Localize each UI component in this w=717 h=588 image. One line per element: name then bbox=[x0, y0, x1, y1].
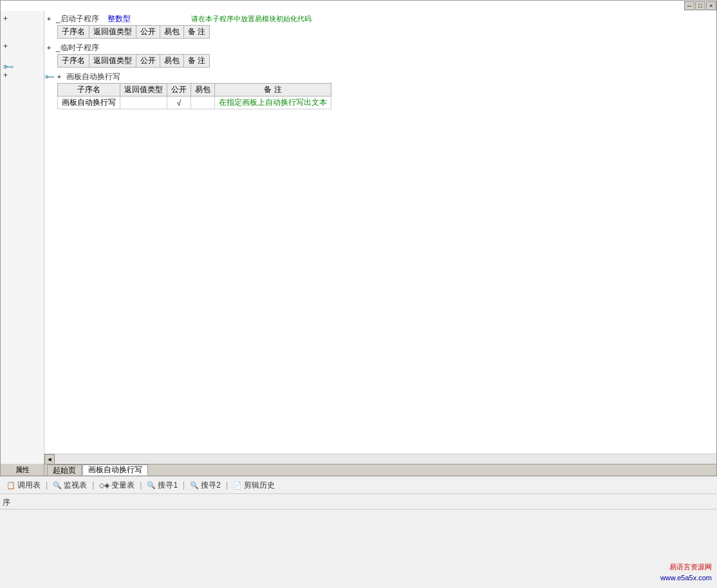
plus-icon-1[interactable]: + bbox=[3, 14, 8, 23]
status-bar: 序 bbox=[0, 497, 717, 510]
status-text: 序 bbox=[3, 497, 10, 508]
canvas-row-name: 画板自动换行写 bbox=[58, 96, 120, 109]
content-inner: + _启动子程序 整数型 请在本子程序中放置易模块初始化代码 子序名 返回值类型… bbox=[44, 11, 716, 112]
temp-table-wrapper: 子序名 返回值类型 公开 易包 备 注 bbox=[57, 54, 716, 68]
canvas-row-public: √ bbox=[167, 96, 191, 109]
tool-call-table[interactable]: 📋 调用表 bbox=[3, 479, 44, 492]
plus-icon-3[interactable]: + bbox=[3, 71, 8, 80]
minimize-button[interactable]: ─ bbox=[684, 1, 694, 10]
startup-table-wrapper: 子序名 返回值类型 公开 易包 备 注 bbox=[57, 25, 716, 39]
canvas-col-name: 子序名 bbox=[58, 84, 120, 96]
canvas-table: 子序名 返回值类型 公开 易包 备 注 画板自动换行写 √ bbox=[57, 83, 331, 109]
close-button[interactable]: × bbox=[706, 1, 716, 10]
tool-monitor-label: 监视表 bbox=[64, 480, 87, 491]
startup-table: 子序名 返回值类型 公开 易包 备 注 bbox=[57, 25, 210, 39]
clip-icon: 📄 bbox=[233, 481, 242, 490]
startup-type: 整数型 bbox=[105, 14, 144, 24]
tool-clip-history[interactable]: 📄 剪辑历史 bbox=[229, 479, 279, 492]
properties-tab[interactable]: 属性 bbox=[1, 464, 44, 475]
canvas-expand[interactable]: + bbox=[55, 73, 64, 80]
canvas-row-type bbox=[120, 96, 167, 109]
sidebar-content: 🔧 + + + bbox=[1, 11, 44, 14]
left-sidebar: 🔧 + + + bbox=[1, 11, 44, 468]
temp-expand[interactable]: + bbox=[44, 44, 53, 51]
startup-col-easy: 易包 bbox=[160, 26, 184, 39]
sep-1: | bbox=[46, 481, 48, 490]
tool-search1-label: 搜寻1 bbox=[158, 480, 178, 491]
window-controls: ─ □ × bbox=[684, 1, 716, 11]
startup-header-row: + _启动子程序 整数型 请在本子程序中放置易模块初始化代码 bbox=[44, 12, 716, 25]
search2-icon: 🔍 bbox=[190, 481, 199, 490]
tab-bar: 属性 起始页 画板自动换行写 bbox=[1, 464, 716, 475]
temp-col-type: 返回值类型 bbox=[89, 55, 136, 68]
canvas-col-public: 公开 bbox=[167, 84, 191, 96]
call-table-icon: 📋 bbox=[6, 481, 15, 490]
content-area: + _启动子程序 整数型 请在本子程序中放置易模块初始化代码 子序名 返回值类型… bbox=[44, 11, 716, 461]
temp-header-row: + _临时子程序 bbox=[44, 41, 716, 54]
watermark-line1: 易语言资源网 bbox=[660, 562, 712, 573]
scrollbar-track[interactable] bbox=[55, 454, 716, 464]
tab-home[interactable]: 起始页 bbox=[47, 464, 82, 475]
tool-search2-label: 搜寻2 bbox=[201, 480, 221, 491]
sep-5: | bbox=[226, 481, 228, 490]
watermark: 易语言资源网 www.e5a5x.com bbox=[660, 562, 712, 583]
tool-clip-label: 剪辑历史 bbox=[244, 480, 275, 491]
tool-var-table[interactable]: ◇◈ 变量表 bbox=[95, 479, 138, 492]
main-window: ─ □ × 🔧 + + + + _启动子程序 整数型 请在本子程 bbox=[0, 0, 717, 476]
canvas-col-easy: 易包 bbox=[191, 84, 215, 96]
tool-panel: 📋 调用表 | 🔍 监视表 | ◇◈ 变量表 | 🔍 搜寻1 | 🔍 搜寻2 |… bbox=[0, 476, 717, 494]
canvas-table-wrapper: 子序名 返回值类型 公开 易包 备 注 画板自动换行写 √ bbox=[57, 83, 716, 109]
tab-canvas-wrap[interactable]: 画板自动换行写 bbox=[82, 464, 148, 475]
plus-icon-2[interactable]: + bbox=[3, 42, 8, 51]
startup-note: 请在本子程序中放置易模块初始化代码 bbox=[189, 14, 314, 24]
tool-monitor-table[interactable]: 🔍 监视表 bbox=[49, 479, 91, 492]
tool-search1[interactable]: 🔍 搜寻1 bbox=[143, 479, 182, 492]
monitor-icon: 🔍 bbox=[53, 481, 62, 490]
canvas-row-note: 在指定画板上自动换行写出文本 bbox=[215, 96, 331, 109]
startup-col-note: 备 注 bbox=[184, 26, 210, 39]
canvas-col-type: 返回值类型 bbox=[120, 84, 167, 96]
temp-col-easy: 易包 bbox=[160, 55, 184, 68]
sep-4: | bbox=[183, 481, 185, 490]
canvas-col-note: 备 注 bbox=[215, 84, 331, 96]
temp-col-note: 备 注 bbox=[184, 55, 210, 68]
search1-icon: 🔍 bbox=[147, 481, 156, 490]
table-row: 画板自动换行写 √ 在指定画板上自动换行写出文本 bbox=[58, 96, 331, 109]
startup-expand[interactable]: + bbox=[44, 15, 53, 23]
temp-col-public: 公开 bbox=[136, 55, 160, 68]
restore-button[interactable]: □ bbox=[695, 1, 705, 10]
bottom-area: 易语言资源网 www.e5a5x.com bbox=[0, 510, 717, 588]
h-scrollbar: ◄ bbox=[44, 454, 716, 464]
canvas-header-row: 🔧 + 画板自动换行写 bbox=[44, 70, 716, 83]
tool-search2[interactable]: 🔍 搜寻2 bbox=[186, 479, 225, 492]
properties-label: 属性 bbox=[15, 465, 30, 475]
tool-call-label: 调用表 bbox=[17, 480, 41, 491]
canvas-row-easy bbox=[191, 96, 215, 109]
canvas-wrench-icon: 🔧 bbox=[44, 70, 55, 82]
startup-col-name: 子序名 bbox=[58, 26, 89, 39]
sep-2: | bbox=[92, 481, 94, 490]
tool-var-label: 变量表 bbox=[111, 480, 135, 491]
watermark-line2: www.e5a5x.com bbox=[660, 573, 712, 583]
temp-name: _临时子程序 bbox=[53, 42, 105, 53]
scroll-left-button[interactable]: ◄ bbox=[44, 454, 55, 464]
var-icon: ◇◈ bbox=[99, 481, 109, 490]
tab-items: 起始页 画板自动换行写 bbox=[47, 464, 149, 475]
section-temp: + _临时子程序 子序名 返回值类型 公开 易包 备 注 bbox=[44, 41, 716, 68]
section-startup: + _启动子程序 整数型 请在本子程序中放置易模块初始化代码 子序名 返回值类型… bbox=[44, 12, 716, 39]
sep-3: | bbox=[140, 481, 142, 490]
tab-home-label: 起始页 bbox=[53, 465, 76, 476]
section-canvas-wrap: 🔧 + 画板自动换行写 子序名 返回值类型 公开 易包 备 注 bbox=[44, 70, 716, 109]
canvas-name: 画板自动换行写 bbox=[64, 71, 123, 82]
temp-table: 子序名 返回值类型 公开 易包 备 注 bbox=[57, 54, 210, 68]
temp-col-name: 子序名 bbox=[58, 55, 89, 68]
startup-col-type: 返回值类型 bbox=[89, 26, 136, 39]
tab-canvas-label: 画板自动换行写 bbox=[88, 464, 142, 475]
startup-name: _启动子程序 bbox=[53, 14, 105, 24]
startup-col-public: 公开 bbox=[136, 26, 160, 39]
